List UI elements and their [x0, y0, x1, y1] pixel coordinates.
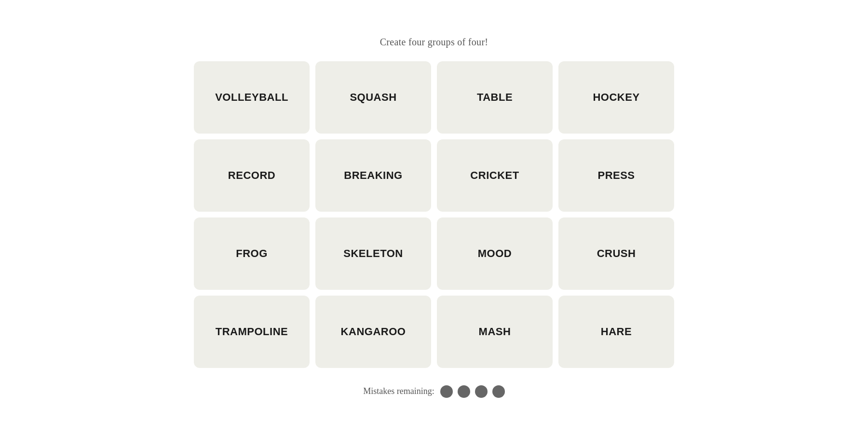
- card-label-volleyball: VOLLEYBALL: [211, 87, 292, 108]
- card-mash[interactable]: MASH: [437, 296, 553, 368]
- card-label-hare: HARE: [597, 322, 636, 342]
- card-table[interactable]: TABLE: [437, 61, 553, 134]
- card-label-cricket: CRICKET: [466, 165, 523, 186]
- mistakes-dots: [440, 385, 505, 398]
- card-breaking[interactable]: BREAKING: [315, 139, 431, 212]
- card-label-table: TABLE: [473, 87, 516, 108]
- footer: Mistakes remaining:: [363, 385, 504, 398]
- card-label-record: RECORD: [224, 165, 279, 186]
- card-label-breaking: BREAKING: [340, 165, 406, 186]
- card-trampoline[interactable]: TRAMPOLINE: [194, 296, 310, 368]
- mistake-dot-4: [492, 385, 505, 398]
- card-label-mash: MASH: [475, 322, 515, 342]
- word-grid: VOLLEYBALLSQUASHTABLEHOCKEYRECORDBREAKIN…: [194, 61, 674, 368]
- card-label-skeleton: SKELETON: [339, 244, 407, 264]
- card-label-crush: CRUSH: [593, 244, 640, 264]
- card-record[interactable]: RECORD: [194, 139, 310, 212]
- card-label-squash: SQUASH: [346, 87, 400, 108]
- card-frog[interactable]: FROG: [194, 217, 310, 290]
- card-hockey[interactable]: HOCKEY: [558, 61, 674, 134]
- mistake-dot-2: [458, 385, 470, 398]
- mistake-dot-1: [440, 385, 453, 398]
- mistake-dot-3: [475, 385, 488, 398]
- card-crush[interactable]: CRUSH: [558, 217, 674, 290]
- mistakes-label: Mistakes remaining:: [363, 386, 434, 396]
- card-mood[interactable]: MOOD: [437, 217, 553, 290]
- card-label-frog: FROG: [232, 244, 271, 264]
- card-label-kangaroo: KANGAROO: [337, 322, 410, 342]
- card-cricket[interactable]: CRICKET: [437, 139, 553, 212]
- card-skeleton[interactable]: SKELETON: [315, 217, 431, 290]
- card-label-mood: MOOD: [474, 244, 515, 264]
- card-hare[interactable]: HARE: [558, 296, 674, 368]
- card-kangaroo[interactable]: KANGAROO: [315, 296, 431, 368]
- card-squash[interactable]: SQUASH: [315, 61, 431, 134]
- card-volleyball[interactable]: VOLLEYBALL: [194, 61, 310, 134]
- card-label-hockey: HOCKEY: [589, 87, 643, 108]
- subtitle-text: Create four groups of four!: [380, 37, 488, 48]
- card-press[interactable]: PRESS: [558, 139, 674, 212]
- card-label-press: PRESS: [594, 165, 638, 186]
- card-label-trampoline: TRAMPOLINE: [212, 322, 292, 342]
